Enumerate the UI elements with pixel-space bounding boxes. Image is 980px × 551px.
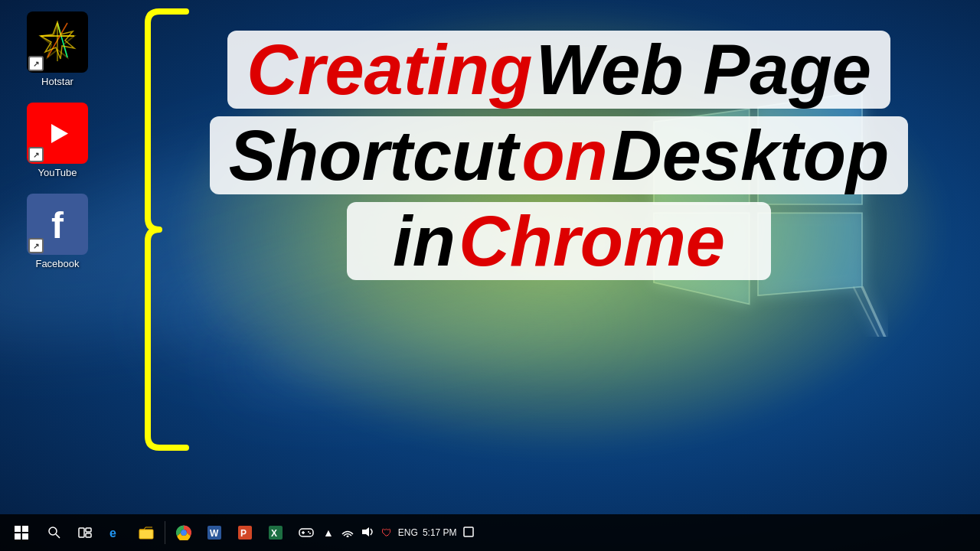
svg-rect-19 [22, 533, 28, 540]
title-word-desktop-text: Desktop [611, 116, 889, 194]
notification-center-icon[interactable] [462, 525, 475, 541]
word-button[interactable]: W [199, 517, 230, 548]
youtube-icon: ↗ [27, 103, 88, 164]
notifications-icon[interactable]: ▲ [322, 525, 335, 540]
svg-marker-41 [362, 527, 369, 536]
shortcut-arrow: ↗ [28, 238, 44, 253]
title-word-on-text: on [521, 116, 607, 194]
desktop-icons-area: ↗ Hotstar ↗ YouTube f [23, 8, 92, 273]
svg-text:e: e [109, 527, 116, 540]
facebook-icon: f ↗ [27, 194, 88, 255]
game-button[interactable] [291, 517, 322, 548]
svg-point-40 [346, 535, 348, 537]
title-word-creating: Creating [247, 31, 532, 109]
svg-text:P: P [240, 528, 247, 539]
svg-point-28 [181, 530, 187, 536]
youtube-shortcut[interactable]: ↗ YouTube [23, 99, 92, 182]
language-indicator[interactable]: ENG [398, 527, 418, 538]
title-container: Creating Web Page Shortcut on Desktop in… [207, 31, 911, 280]
taskbar-separator [165, 521, 165, 544]
antivirus-icon[interactable]: 🛡 [380, 525, 394, 540]
edge-button[interactable]: e [100, 517, 131, 548]
shortcut-arrow: ↗ [28, 147, 44, 162]
clock[interactable]: 5:17 PM [423, 527, 457, 540]
chrome-button[interactable] [168, 517, 199, 548]
svg-line-21 [56, 534, 60, 538]
svg-point-39 [309, 533, 311, 534]
svg-point-20 [49, 527, 57, 535]
youtube-label: YouTube [38, 167, 77, 178]
svg-text:X: X [271, 528, 277, 539]
shortcut-arrow: ↗ [28, 56, 44, 71]
task-view-button[interactable] [70, 517, 100, 548]
svg-rect-42 [464, 527, 473, 536]
svg-rect-16 [15, 526, 21, 532]
system-tray: ▲ 🛡 ENG [322, 525, 483, 541]
svg-rect-26 [139, 530, 153, 539]
excel-button[interactable]: X [260, 517, 291, 548]
taskbar: e W [0, 514, 980, 551]
facebook-shortcut[interactable]: f ↗ Facebook [23, 190, 92, 273]
svg-rect-22 [79, 528, 84, 537]
svg-rect-23 [86, 528, 91, 532]
svg-rect-24 [86, 533, 91, 537]
hotstar-label: Hotstar [41, 76, 74, 87]
desktop: ↗ Hotstar ↗ YouTube f [0, 0, 980, 551]
svg-point-38 [308, 531, 309, 533]
start-button[interactable] [4, 514, 39, 551]
svg-rect-35 [299, 529, 313, 536]
svg-text:f: f [51, 205, 64, 246]
title-word-webpage-text: Web Page [536, 31, 871, 109]
title-word-shortcut: Shortcut [229, 116, 518, 194]
title-word-in: in [393, 202, 456, 280]
search-button[interactable] [39, 517, 70, 548]
hotstar-shortcut[interactable]: ↗ Hotstar [23, 8, 92, 91]
hotstar-icon: ↗ [27, 11, 88, 73]
file-explorer-button[interactable] [131, 517, 162, 548]
time: 5:17 PM [423, 527, 457, 540]
powerpoint-button[interactable]: P [230, 517, 260, 548]
svg-text:W: W [210, 528, 219, 539]
svg-rect-18 [15, 533, 21, 540]
yellow-bracket [144, 4, 198, 455]
title-word-chrome-text: Chrome [459, 202, 725, 280]
volume-icon[interactable] [360, 525, 375, 541]
network-icon[interactable] [340, 525, 355, 541]
svg-rect-17 [22, 526, 28, 532]
facebook-label: Facebook [35, 258, 79, 269]
